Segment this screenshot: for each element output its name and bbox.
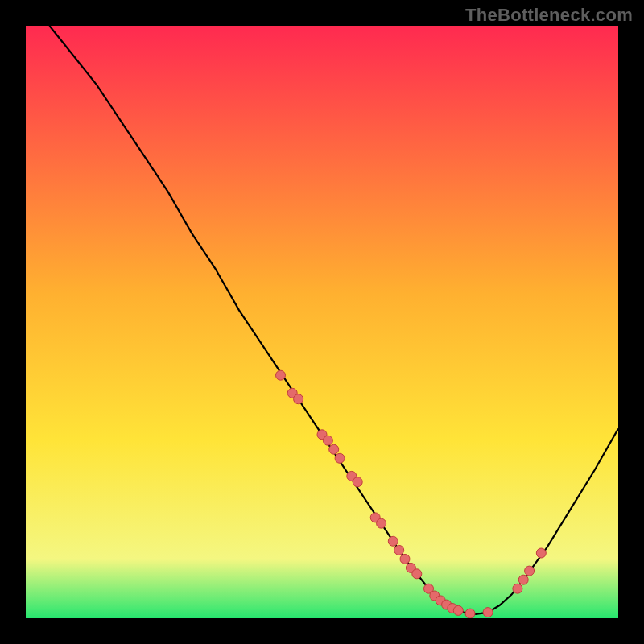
data-dot <box>400 554 410 564</box>
data-dot <box>377 518 386 528</box>
data-dot <box>394 545 404 555</box>
data-dot <box>513 584 522 593</box>
data-dot <box>483 608 493 617</box>
gradient-background <box>26 26 618 618</box>
data-dot <box>525 566 535 576</box>
data-dot <box>294 394 303 404</box>
data-dot <box>335 453 345 463</box>
plot-area <box>26 26 618 618</box>
data-dot <box>536 548 546 558</box>
data-dot <box>518 575 528 584</box>
data-dot <box>276 370 286 380</box>
data-dot <box>453 605 463 615</box>
chart-svg <box>26 26 618 618</box>
watermark-label: TheBottleneck.com <box>465 5 633 26</box>
data-dot <box>329 444 339 454</box>
data-dot <box>412 569 422 579</box>
data-dot <box>353 477 362 487</box>
data-dot <box>465 609 475 618</box>
chart-container: TheBottleneck.com <box>0 0 644 644</box>
data-dot <box>388 536 398 546</box>
data-dot <box>323 436 332 445</box>
